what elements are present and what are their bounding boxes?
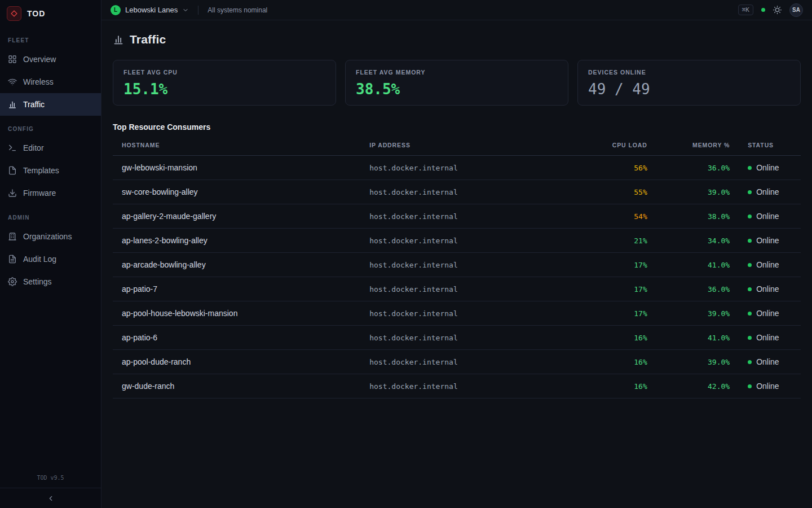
memory-cell: 39.0%: [656, 350, 739, 374]
online-dot-icon: [748, 214, 752, 218]
sidebar-item-label: Settings: [23, 277, 52, 286]
sidebar-item-organizations[interactable]: Organizations: [0, 225, 101, 248]
terminal-icon: [8, 143, 17, 152]
theme-toggle-button[interactable]: [773, 6, 782, 14]
table-row[interactable]: ap-arcade-bowling-alley host.docker.inte…: [113, 253, 801, 277]
online-dot-icon: [748, 312, 752, 316]
nav-section-config: CONFIG: [0, 126, 101, 132]
hostname-cell: ap-gallery-2-maude-gallery: [113, 204, 360, 229]
ip-cell: host.docker.internal: [360, 229, 588, 253]
table-row[interactable]: sw-core-bowling-alley host.docker.intern…: [113, 180, 801, 204]
app-version: TOD v9.5: [0, 475, 101, 488]
status-label: Online: [756, 333, 779, 342]
chevron-left-icon: [47, 494, 55, 502]
memory-cell: 39.0%: [656, 301, 739, 326]
table-row[interactable]: ap-pool-house-lebowski-mansion host.dock…: [113, 301, 801, 326]
sidebar-collapse-button[interactable]: [0, 488, 101, 508]
status-badge: Online: [748, 187, 792, 196]
cpu-cell: 56%: [588, 156, 656, 180]
org-avatar: L: [111, 5, 121, 15]
table-row[interactable]: ap-lanes-2-bowling-alley host.docker.int…: [113, 229, 801, 253]
memory-cell: 38.0%: [656, 204, 739, 229]
main-area: L Lebowski Lanes All systems nominal ⌘K …: [102, 0, 812, 508]
ip-cell: host.docker.internal: [360, 374, 588, 398]
chevron-down-icon: [182, 7, 189, 14]
status-badge: Online: [748, 212, 792, 221]
sidebar-item-wireless[interactable]: Wireless: [0, 71, 101, 93]
sidebar-item-traffic[interactable]: Traffic: [0, 93, 101, 116]
ip-cell: host.docker.internal: [360, 204, 588, 229]
sidebar-item-label: Overview: [23, 55, 56, 64]
top-resource-consumers-table: HOSTNAME IP ADDRESS CPU LOAD MEMORY % ST…: [113, 135, 801, 398]
table-row[interactable]: ap-gallery-2-maude-gallery host.docker.i…: [113, 204, 801, 229]
sidebar-item-overview[interactable]: Overview: [0, 48, 101, 71]
sidebar-item-label: Organizations: [23, 232, 72, 241]
online-dot-icon: [748, 336, 752, 340]
status-label: Online: [756, 309, 779, 318]
command-palette-shortcut[interactable]: ⌘K: [738, 5, 753, 15]
stat-value: 49 / 49: [588, 81, 790, 98]
ip-cell: host.docker.internal: [360, 350, 588, 374]
sidebar-item-audit-log[interactable]: Audit Log: [0, 248, 101, 270]
sidebar-item-label: Templates: [23, 166, 59, 175]
sidebar-item-label: Traffic: [23, 100, 45, 109]
hostname-cell: ap-patio-6: [113, 326, 360, 350]
online-dot-icon: [748, 360, 752, 364]
table-row[interactable]: gw-lebowski-mansion host.docker.internal…: [113, 156, 801, 180]
online-dot-icon: [748, 166, 752, 170]
download-icon: [8, 189, 17, 198]
page-title: Traffic: [130, 33, 166, 46]
hostname-cell: ap-pool-dude-ranch: [113, 350, 360, 374]
ip-cell: host.docker.internal: [360, 277, 588, 301]
stat-value: 38.5%: [356, 81, 558, 98]
sidebar-item-firmware[interactable]: Firmware: [0, 182, 101, 204]
ip-cell: host.docker.internal: [360, 301, 588, 326]
sidebar: TOD FLEET Overview Wireless Traffic CONF…: [0, 0, 102, 508]
table-row[interactable]: ap-patio-7 host.docker.internal 17% 36.0…: [113, 277, 801, 301]
online-dot-icon: [748, 384, 752, 388]
status-badge: Online: [748, 260, 792, 269]
stat-card-fleet-avg-cpu: FLEET AVG CPU 15.1%: [113, 60, 336, 106]
hostname-cell: gw-lebowski-mansion: [113, 156, 360, 180]
status-badge: Online: [748, 309, 792, 318]
cpu-cell: 16%: [588, 374, 656, 398]
cpu-cell: 17%: [588, 253, 656, 277]
stat-card-fleet-avg-memory: FLEET AVG MEMORY 38.5%: [345, 60, 568, 106]
user-avatar[interactable]: SA: [789, 3, 803, 17]
cpu-cell: 21%: [588, 229, 656, 253]
nav-section-fleet: FLEET: [0, 37, 101, 43]
sidebar-item-settings[interactable]: Settings: [0, 270, 101, 293]
sidebar-item-label: Audit Log: [23, 255, 56, 264]
stat-card-devices-online: DEVICES ONLINE 49 / 49: [577, 60, 801, 106]
table-row[interactable]: ap-pool-dude-ranch host.docker.internal …: [113, 350, 801, 374]
app-brand: TOD: [0, 0, 101, 27]
sidebar-item-templates[interactable]: Templates: [0, 159, 101, 182]
stat-label: FLEET AVG CPU: [123, 69, 325, 76]
memory-cell: 36.0%: [656, 277, 739, 301]
sidebar-item-label: Firmware: [23, 189, 56, 198]
online-dot-icon: [748, 190, 752, 194]
file-text-icon: [8, 255, 17, 264]
hostname-cell: ap-patio-7: [113, 277, 360, 301]
cpu-cell: 55%: [588, 180, 656, 204]
hostname-cell: ap-pool-house-lebowski-mansion: [113, 301, 360, 326]
status-label: Online: [756, 187, 779, 196]
hostname-cell: ap-arcade-bowling-alley: [113, 253, 360, 277]
file-icon: [8, 166, 17, 175]
cpu-cell: 16%: [588, 350, 656, 374]
hostname-cell: ap-lanes-2-bowling-alley: [113, 229, 360, 253]
bar-chart-icon: [8, 100, 17, 109]
ip-cell: host.docker.internal: [360, 326, 588, 350]
sidebar-item-editor[interactable]: Editor: [0, 137, 101, 159]
status-label: Online: [756, 163, 779, 172]
status-badge: Online: [748, 382, 792, 391]
org-name: Lebowski Lanes: [125, 6, 178, 14]
online-dot-icon: [748, 239, 752, 243]
grid-icon: [8, 55, 17, 64]
table-row[interactable]: ap-patio-6 host.docker.internal 16% 41.0…: [113, 326, 801, 350]
status-label: Online: [756, 236, 779, 245]
table-row[interactable]: gw-dude-ranch host.docker.internal 16% 4…: [113, 374, 801, 398]
sun-icon: [773, 6, 782, 14]
sidebar-item-label: Wireless: [23, 77, 54, 86]
org-switcher[interactable]: L Lebowski Lanes: [111, 5, 189, 15]
